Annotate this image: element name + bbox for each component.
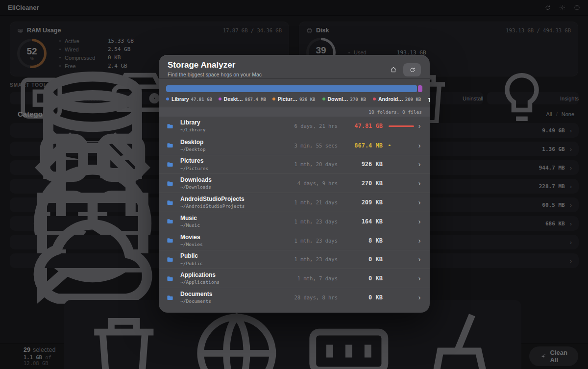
row-age: 1 mth, 20 days (289, 161, 338, 167)
legend-name: Android…209 KB (378, 96, 421, 102)
row-usage-bar (389, 125, 414, 127)
folder-icon (166, 180, 180, 187)
folder-icon (166, 256, 180, 263)
chevron-right-icon[interactable]: › (413, 294, 426, 301)
row-name: Documents (180, 291, 289, 297)
row-age: 28 days, 8 hrs (289, 295, 338, 300)
row-path: ~/Music (180, 222, 289, 228)
row-age: 1 mth, 23 days (289, 219, 338, 224)
row-size: 164 KB (338, 218, 383, 225)
legend-item: Deskt…867.4 MB (219, 96, 266, 102)
usage-summary-section: Library47.81 GB Deskt…867.4 MB Pictur…92… (159, 79, 430, 107)
legend-dot (373, 98, 376, 100)
row-name: Music (180, 215, 289, 221)
legend-name: Pictur…926 KB (278, 96, 316, 102)
row-path: ~/Library (180, 127, 289, 132)
row-name: AndroidStudioProjects (180, 196, 289, 202)
row-age: 1 mth, 7 days (289, 275, 338, 281)
folder-icon (166, 123, 180, 130)
analyzer-row[interactable]: Library ~/Library 6 days, 21 hrs 47.81 G… (159, 117, 430, 136)
row-age: 4 days, 9 hrs (289, 180, 338, 186)
chevron-right-icon[interactable]: › (413, 255, 426, 263)
row-age: 1 mth, 23 days (289, 256, 338, 262)
chevron-right-icon[interactable]: › (413, 122, 426, 130)
row-path: ~/Downloads (180, 184, 289, 190)
row-size: 0 KB (338, 256, 383, 263)
legend-value: 47.81 GB (191, 97, 212, 102)
legend-dot (322, 98, 325, 100)
row-name: Pictures (180, 158, 289, 164)
legend-value: 209 KB (405, 97, 421, 102)
analyzer-row[interactable]: Public ~/Public 1 mth, 23 days 0 KB › (159, 250, 430, 269)
row-path: ~/AndroidStudioProjects (180, 203, 289, 209)
analyzer-row[interactable]: Music ~/Music 1 mth, 23 days 164 KB › (159, 212, 430, 231)
list-count-header: 10 folders, 0 files (159, 107, 430, 117)
legend-item: Library47.81 GB (166, 96, 212, 102)
row-path: ~/Applications (180, 279, 289, 285)
row-age: 1 mth, 23 days (289, 238, 338, 244)
chevron-right-icon[interactable]: › (413, 237, 426, 245)
folder-icon (166, 218, 180, 225)
storage-analyzer-modal: Storage Analyzer Find the biggest space … (159, 55, 430, 313)
row-path: ~/Desktop (180, 147, 289, 152)
row-age: 3 min, 55 secs (289, 143, 338, 148)
chevron-right-icon[interactable]: › (413, 142, 426, 149)
legend-name: Deskt…867.4 MB (224, 96, 266, 102)
home-button[interactable] (390, 66, 397, 73)
row-name: Public (180, 253, 289, 259)
analyzer-row[interactable]: Downloads ~/Downloads 4 days, 9 hrs 270 … (159, 173, 430, 193)
legend-value: 926 KB (299, 97, 316, 102)
row-name: Applications (180, 272, 289, 278)
folder-icon (166, 237, 180, 244)
row-age: 1 mth, 21 days (289, 199, 338, 205)
legend-dot (219, 98, 221, 100)
app-window: EliCleaner RAM Usage 17.87 GB / 34.36 GB… (0, 0, 588, 369)
legend-item: Pictur…926 KB (272, 96, 316, 102)
row-name: Downloads (180, 177, 289, 183)
legend-name: Downl…270 KB (328, 96, 367, 102)
folder-icon (166, 275, 180, 282)
analyzer-row[interactable]: Desktop ~/Desktop 3 min, 55 secs 867.4 M… (159, 136, 430, 155)
row-name: Desktop (180, 139, 289, 146)
chevron-right-icon[interactable]: › (413, 160, 426, 168)
folder-icon (166, 294, 180, 301)
row-size: 0 KB (338, 294, 383, 301)
row-path: ~/Movies (180, 242, 289, 247)
legend-item: Downl…270 KB (322, 96, 367, 102)
analyzer-row[interactable]: AndroidStudioProjects ~/AndroidStudioPro… (159, 193, 430, 212)
modal-subtitle: Find the biggest space hogs on your Mac (168, 72, 262, 77)
legend-item: Android…209 KB (373, 96, 421, 102)
row-size: 47.81 GB (338, 123, 383, 129)
modal-title: Storage Analyzer (168, 61, 262, 70)
row-size: 209 KB (338, 199, 383, 206)
folder-icon (166, 161, 180, 168)
row-usage-bar (389, 145, 391, 146)
chevron-right-icon[interactable]: › (413, 274, 426, 282)
row-path: ~/Public (180, 261, 289, 266)
analyzer-row[interactable]: Documents ~/Documents 28 days, 8 hrs 0 K… (159, 288, 430, 307)
folder-icon (166, 199, 180, 206)
folder-icon (166, 142, 180, 149)
row-path: ~/Documents (180, 298, 289, 304)
usage-bar (166, 85, 422, 92)
rescan-button[interactable] (403, 63, 421, 76)
legend-value: 270 KB (350, 97, 367, 102)
row-path: ~/Pictures (180, 166, 289, 171)
row-size: 926 KB (338, 161, 383, 168)
row-size: 867.4 MB (338, 142, 383, 149)
legend-value: 867.4 MB (245, 97, 266, 102)
analyzer-row[interactable]: Movies ~/Movies 1 mth, 23 days 8 KB › (159, 231, 430, 250)
row-size: 270 KB (338, 180, 383, 187)
chevron-right-icon[interactable]: › (413, 218, 426, 225)
row-age: 6 days, 21 hrs (289, 123, 338, 129)
legend-total: Total: 48.68 GB (428, 96, 430, 103)
chevron-right-icon[interactable]: › (413, 198, 426, 206)
chevron-right-icon[interactable]: › (413, 179, 426, 187)
legend-dot (166, 98, 169, 100)
analyzer-row[interactable]: Pictures ~/Pictures 1 mth, 20 days 926 K… (159, 155, 430, 174)
row-size: 0 KB (338, 275, 383, 282)
legend-dot (272, 98, 275, 100)
row-name: Movies (180, 234, 289, 241)
analyzer-row[interactable]: Applications ~/Applications 1 mth, 7 day… (159, 269, 430, 288)
row-size: 8 KB (338, 237, 383, 244)
